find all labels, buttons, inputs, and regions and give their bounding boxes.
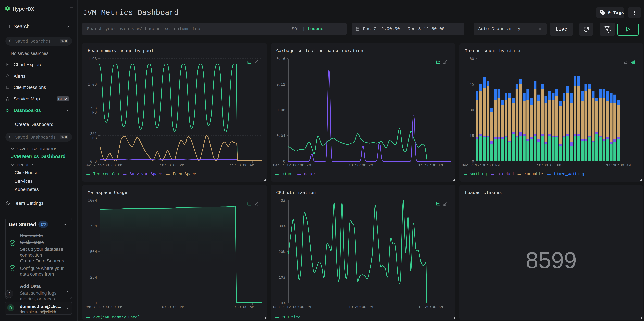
svg-text:0.12: 0.12 bbox=[276, 82, 285, 87]
svg-text:10:30:00 PM: 10:30:00 PM bbox=[348, 163, 373, 168]
svg-text:0.08: 0.08 bbox=[276, 108, 285, 112]
svg-text:11:30:00 AM: 11:30:00 AM bbox=[230, 163, 254, 168]
svg-text:10%: 10% bbox=[278, 276, 285, 280]
svg-text:Dec 7 12:00:00 PM: Dec 7 12:00:00 PM bbox=[462, 163, 500, 168]
svg-text:1 GB: 1 GB bbox=[88, 57, 97, 61]
svg-text:60: 60 bbox=[470, 57, 474, 61]
svg-text:10:30:00 PM: 10:30:00 PM bbox=[160, 163, 184, 168]
svg-text:Dec 7 12:00:00 PM: Dec 7 12:00:00 PM bbox=[84, 305, 122, 309]
svg-text:10:30:00 PM: 10:30:00 PM bbox=[537, 163, 561, 168]
svg-text:0 B: 0 B bbox=[90, 159, 97, 164]
svg-text:0.16: 0.16 bbox=[276, 57, 285, 61]
svg-text:20%: 20% bbox=[278, 250, 285, 254]
svg-text:0: 0 bbox=[283, 159, 285, 164]
svg-text:45: 45 bbox=[470, 82, 474, 87]
svg-text:Dec 7 12:00:00 PM: Dec 7 12:00:00 PM bbox=[273, 305, 311, 309]
svg-text:11:30:00 AM: 11:30:00 AM bbox=[606, 163, 631, 168]
svg-text:25M: 25M bbox=[90, 276, 97, 280]
svg-text:30: 30 bbox=[470, 108, 474, 112]
svg-text:15: 15 bbox=[470, 134, 474, 138]
svg-text:381: 381 bbox=[90, 132, 97, 136]
svg-text:Dec 7 12:00:00 PM: Dec 7 12:00:00 PM bbox=[273, 163, 311, 168]
svg-text:Dec 7 12:00:00 PM: Dec 7 12:00:00 PM bbox=[84, 163, 122, 168]
svg-text:11:30:00 AM: 11:30:00 AM bbox=[418, 305, 443, 309]
svg-text:MB: MB bbox=[92, 111, 97, 115]
svg-text:11:30:00 AM: 11:30:00 AM bbox=[418, 163, 443, 168]
svg-text:100M: 100M bbox=[88, 199, 97, 203]
svg-text:10:30:00 PM: 10:30:00 PM bbox=[348, 305, 373, 309]
svg-text:1 GB: 1 GB bbox=[88, 82, 97, 87]
svg-text:0: 0 bbox=[472, 159, 474, 164]
svg-text:0.04: 0.04 bbox=[276, 134, 285, 138]
svg-text:30%: 30% bbox=[278, 224, 285, 229]
svg-text:0: 0 bbox=[94, 301, 97, 306]
svg-text:763: 763 bbox=[90, 106, 97, 110]
svg-text:75M: 75M bbox=[90, 224, 97, 229]
svg-text:MB: MB bbox=[92, 136, 97, 140]
svg-text:11:30:00 AM: 11:30:00 AM bbox=[230, 305, 254, 309]
svg-text:50M: 50M bbox=[90, 250, 97, 254]
svg-text:0%: 0% bbox=[281, 301, 286, 306]
svg-text:10:30:00 PM: 10:30:00 PM bbox=[160, 305, 184, 309]
svg-text:40%: 40% bbox=[278, 199, 285, 203]
